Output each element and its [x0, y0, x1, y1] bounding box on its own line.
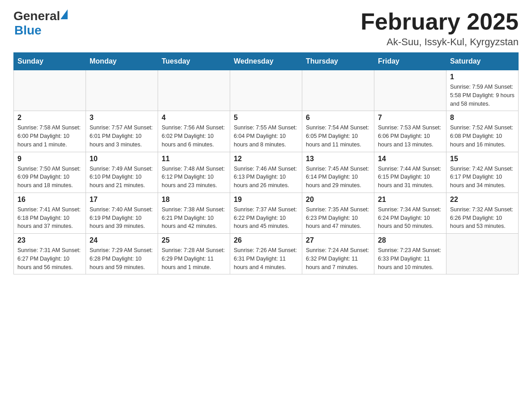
- weekday-header-saturday: Saturday: [446, 53, 519, 70]
- title-block: February 2025 Ak-Suu, Issyk-Kul, Kyrgyzs…: [360, 9, 519, 48]
- day-info: Sunrise: 7:58 AM Sunset: 6:00 PM Dayligh…: [17, 124, 82, 149]
- day-number: 5: [234, 114, 298, 122]
- page-header: General Blue February 2025 Ak-Suu, Issyk…: [13, 9, 519, 48]
- day-number: 15: [450, 155, 515, 163]
- calendar-day-cell: 19Sunrise: 7:37 AM Sunset: 6:22 PM Dayli…: [230, 193, 302, 233]
- day-number: 19: [234, 196, 298, 204]
- calendar-day-cell: [230, 70, 302, 111]
- day-number: 16: [17, 196, 82, 204]
- day-number: 21: [378, 196, 442, 204]
- weekday-header-thursday: Thursday: [302, 53, 374, 70]
- day-info: Sunrise: 7:57 AM Sunset: 6:01 PM Dayligh…: [90, 124, 154, 149]
- day-number: 20: [306, 196, 370, 204]
- day-info: Sunrise: 7:46 AM Sunset: 6:13 PM Dayligh…: [234, 165, 298, 190]
- calendar-day-cell: 28Sunrise: 7:23 AM Sunset: 6:33 PM Dayli…: [374, 234, 446, 274]
- calendar-table: SundayMondayTuesdayWednesdayThursdayFrid…: [13, 52, 519, 274]
- calendar-day-cell: 15Sunrise: 7:42 AM Sunset: 6:17 PM Dayli…: [446, 152, 519, 193]
- calendar-week-row: 23Sunrise: 7:31 AM Sunset: 6:27 PM Dayli…: [14, 234, 519, 274]
- calendar-day-cell: [302, 70, 374, 111]
- calendar-day-cell: 9Sunrise: 7:50 AM Sunset: 6:09 PM Daylig…: [14, 152, 86, 193]
- day-info: Sunrise: 7:29 AM Sunset: 6:28 PM Dayligh…: [90, 246, 154, 271]
- calendar-day-cell: [158, 70, 230, 111]
- calendar-day-cell: 21Sunrise: 7:34 AM Sunset: 6:24 PM Dayli…: [374, 193, 446, 233]
- day-number: 13: [306, 155, 370, 163]
- calendar-day-cell: [374, 70, 446, 111]
- weekday-header-sunday: Sunday: [14, 53, 86, 70]
- day-info: Sunrise: 7:28 AM Sunset: 6:29 PM Dayligh…: [162, 246, 226, 271]
- location-title: Ak-Suu, Issyk-Kul, Kyrgyzstan: [360, 36, 519, 48]
- calendar-day-cell: 24Sunrise: 7:29 AM Sunset: 6:28 PM Dayli…: [86, 234, 158, 274]
- day-info: Sunrise: 7:49 AM Sunset: 6:10 PM Dayligh…: [90, 165, 154, 190]
- weekday-header-wednesday: Wednesday: [230, 53, 302, 70]
- calendar-day-cell: 2Sunrise: 7:58 AM Sunset: 6:00 PM Daylig…: [14, 111, 86, 152]
- day-info: Sunrise: 7:55 AM Sunset: 6:04 PM Dayligh…: [234, 124, 298, 149]
- day-number: 27: [306, 236, 370, 244]
- calendar-day-cell: 18Sunrise: 7:38 AM Sunset: 6:21 PM Dayli…: [158, 193, 230, 233]
- logo-blue-text: Blue: [14, 23, 68, 38]
- calendar-day-cell: 16Sunrise: 7:41 AM Sunset: 6:18 PM Dayli…: [14, 193, 86, 233]
- day-info: Sunrise: 7:50 AM Sunset: 6:09 PM Dayligh…: [17, 165, 82, 190]
- day-info: Sunrise: 7:52 AM Sunset: 6:08 PM Dayligh…: [450, 124, 515, 149]
- logo: General Blue: [13, 9, 68, 38]
- day-info: Sunrise: 7:53 AM Sunset: 6:06 PM Dayligh…: [378, 124, 442, 149]
- calendar-day-cell: 13Sunrise: 7:45 AM Sunset: 6:14 PM Dayli…: [302, 152, 374, 193]
- day-number: 7: [378, 114, 442, 122]
- day-number: 26: [234, 236, 298, 244]
- day-info: Sunrise: 7:45 AM Sunset: 6:14 PM Dayligh…: [306, 165, 370, 190]
- calendar-day-cell: 1Sunrise: 7:59 AM Sunset: 5:58 PM Daylig…: [446, 70, 519, 111]
- day-number: 12: [234, 155, 298, 163]
- calendar-day-cell: 8Sunrise: 7:52 AM Sunset: 6:08 PM Daylig…: [446, 111, 519, 152]
- weekday-header-monday: Monday: [86, 53, 158, 70]
- day-number: 4: [162, 114, 226, 122]
- calendar-day-cell: 3Sunrise: 7:57 AM Sunset: 6:01 PM Daylig…: [86, 111, 158, 152]
- day-number: 18: [162, 196, 226, 204]
- day-number: 8: [450, 114, 515, 122]
- logo-general-text: General: [13, 9, 60, 23]
- day-info: Sunrise: 7:26 AM Sunset: 6:31 PM Dayligh…: [234, 246, 298, 271]
- day-number: 9: [17, 155, 82, 163]
- calendar-day-cell: 22Sunrise: 7:32 AM Sunset: 6:26 PM Dayli…: [446, 193, 519, 233]
- weekday-header-friday: Friday: [374, 53, 446, 70]
- calendar-day-cell: 26Sunrise: 7:26 AM Sunset: 6:31 PM Dayli…: [230, 234, 302, 274]
- day-number: 14: [378, 155, 442, 163]
- day-info: Sunrise: 7:35 AM Sunset: 6:23 PM Dayligh…: [306, 206, 370, 231]
- day-number: 3: [90, 114, 154, 122]
- day-number: 1: [450, 73, 515, 81]
- calendar-day-cell: 11Sunrise: 7:48 AM Sunset: 6:12 PM Dayli…: [158, 152, 230, 193]
- day-info: Sunrise: 7:37 AM Sunset: 6:22 PM Dayligh…: [234, 206, 298, 231]
- calendar-day-cell: [14, 70, 86, 111]
- day-info: Sunrise: 7:31 AM Sunset: 6:27 PM Dayligh…: [17, 246, 82, 271]
- day-info: Sunrise: 7:48 AM Sunset: 6:12 PM Dayligh…: [162, 165, 226, 190]
- day-number: 28: [378, 236, 442, 244]
- calendar-day-cell: 10Sunrise: 7:49 AM Sunset: 6:10 PM Dayli…: [86, 152, 158, 193]
- calendar-week-row: 2Sunrise: 7:58 AM Sunset: 6:00 PM Daylig…: [14, 111, 519, 152]
- calendar-day-cell: [86, 70, 158, 111]
- calendar-day-cell: 20Sunrise: 7:35 AM Sunset: 6:23 PM Dayli…: [302, 193, 374, 233]
- calendar-day-cell: 6Sunrise: 7:54 AM Sunset: 6:05 PM Daylig…: [302, 111, 374, 152]
- day-number: 2: [17, 114, 82, 122]
- day-info: Sunrise: 7:32 AM Sunset: 6:26 PM Dayligh…: [450, 206, 515, 231]
- month-title: February 2025: [360, 9, 519, 34]
- day-number: 10: [90, 155, 154, 163]
- day-info: Sunrise: 7:59 AM Sunset: 5:58 PM Dayligh…: [450, 83, 515, 108]
- calendar-week-row: 9Sunrise: 7:50 AM Sunset: 6:09 PM Daylig…: [14, 152, 519, 193]
- calendar-day-cell: 5Sunrise: 7:55 AM Sunset: 6:04 PM Daylig…: [230, 111, 302, 152]
- calendar-day-cell: [446, 234, 519, 274]
- day-number: 25: [162, 236, 226, 244]
- calendar-week-row: 1Sunrise: 7:59 AM Sunset: 5:58 PM Daylig…: [14, 70, 519, 111]
- day-number: 23: [17, 236, 82, 244]
- day-number: 17: [90, 196, 154, 204]
- calendar-day-cell: 25Sunrise: 7:28 AM Sunset: 6:29 PM Dayli…: [158, 234, 230, 274]
- logo-triangle-icon: [60, 9, 68, 19]
- day-info: Sunrise: 7:24 AM Sunset: 6:32 PM Dayligh…: [306, 246, 370, 271]
- calendar-day-cell: 23Sunrise: 7:31 AM Sunset: 6:27 PM Dayli…: [14, 234, 86, 274]
- day-number: 6: [306, 114, 370, 122]
- calendar-day-cell: 14Sunrise: 7:44 AM Sunset: 6:15 PM Dayli…: [374, 152, 446, 193]
- calendar-header-row: SundayMondayTuesdayWednesdayThursdayFrid…: [14, 53, 519, 70]
- calendar-day-cell: 12Sunrise: 7:46 AM Sunset: 6:13 PM Dayli…: [230, 152, 302, 193]
- weekday-header-tuesday: Tuesday: [158, 53, 230, 70]
- calendar-day-cell: 7Sunrise: 7:53 AM Sunset: 6:06 PM Daylig…: [374, 111, 446, 152]
- calendar-day-cell: 27Sunrise: 7:24 AM Sunset: 6:32 PM Dayli…: [302, 234, 374, 274]
- day-info: Sunrise: 7:40 AM Sunset: 6:19 PM Dayligh…: [90, 206, 154, 231]
- day-info: Sunrise: 7:34 AM Sunset: 6:24 PM Dayligh…: [378, 206, 442, 231]
